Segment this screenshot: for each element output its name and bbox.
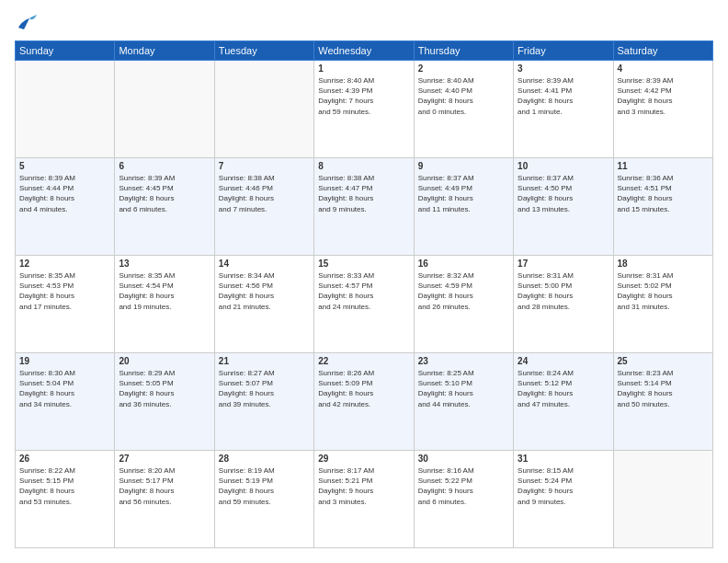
day-info: Sunrise: 8:36 AMSunset: 4:51 PMDaylight:… (618, 173, 709, 214)
day-number: 26 (19, 454, 110, 464)
calendar-table: SundayMondayTuesdayWednesdayThursdayFrid… (15, 40, 713, 548)
day-number: 23 (418, 356, 509, 366)
calendar-week-3: 12Sunrise: 8:35 AMSunset: 4:53 PMDayligh… (16, 256, 713, 353)
weekday-header-wednesday: Wednesday (314, 41, 414, 61)
calendar-cell: 5Sunrise: 8:39 AMSunset: 4:44 PMDaylight… (16, 158, 115, 256)
day-info: Sunrise: 8:39 AMSunset: 4:45 PMDaylight:… (119, 173, 210, 214)
day-number: 12 (19, 259, 110, 269)
day-number: 1 (318, 63, 409, 74)
day-number: 3 (518, 63, 609, 74)
day-number: 31 (518, 454, 609, 464)
day-number: 29 (318, 454, 409, 464)
header (15, 15, 713, 31)
day-number: 24 (518, 356, 609, 366)
logo-bird-icon (17, 15, 37, 31)
weekday-header-tuesday: Tuesday (214, 41, 313, 61)
day-info: Sunrise: 8:37 AMSunset: 4:49 PMDaylight:… (418, 173, 509, 214)
calendar-cell: 10Sunrise: 8:37 AMSunset: 4:50 PMDayligh… (514, 158, 613, 256)
calendar-cell: 13Sunrise: 8:35 AMSunset: 4:54 PMDayligh… (115, 256, 214, 353)
day-info: Sunrise: 8:26 AMSunset: 5:09 PMDaylight:… (318, 368, 409, 409)
calendar-cell: 24Sunrise: 8:24 AMSunset: 5:12 PMDayligh… (514, 353, 613, 451)
day-info: Sunrise: 8:35 AMSunset: 4:54 PMDaylight:… (119, 270, 210, 312)
weekday-header-monday: Monday (115, 41, 214, 61)
day-info: Sunrise: 8:31 AMSunset: 5:00 PMDaylight:… (518, 270, 609, 312)
day-number: 13 (119, 259, 210, 269)
day-info: Sunrise: 8:19 AMSunset: 5:19 PMDaylight:… (219, 465, 310, 507)
day-number: 15 (318, 259, 409, 269)
calendar-cell: 21Sunrise: 8:27 AMSunset: 5:07 PMDayligh… (214, 353, 313, 451)
calendar-cell: 22Sunrise: 8:26 AMSunset: 5:09 PMDayligh… (314, 353, 414, 451)
day-number: 19 (19, 356, 110, 366)
calendar-cell: 25Sunrise: 8:23 AMSunset: 5:14 PMDayligh… (613, 353, 712, 451)
day-number: 7 (219, 161, 310, 171)
day-number: 30 (418, 454, 509, 464)
day-info: Sunrise: 8:16 AMSunset: 5:22 PMDaylight:… (418, 465, 509, 507)
day-info: Sunrise: 8:40 AMSunset: 4:40 PMDaylight:… (418, 75, 509, 117)
weekday-header-saturday: Saturday (613, 41, 712, 61)
calendar-cell: 2Sunrise: 8:40 AMSunset: 4:40 PMDaylight… (414, 61, 513, 158)
day-info: Sunrise: 8:17 AMSunset: 5:21 PMDaylight:… (318, 465, 409, 507)
day-number: 20 (119, 356, 210, 366)
calendar-cell: 11Sunrise: 8:36 AMSunset: 4:51 PMDayligh… (613, 158, 712, 256)
calendar-cell: 28Sunrise: 8:19 AMSunset: 5:19 PMDayligh… (214, 451, 313, 548)
day-info: Sunrise: 8:15 AMSunset: 5:24 PMDaylight:… (518, 465, 609, 507)
day-number: 9 (418, 161, 509, 171)
day-number: 5 (19, 161, 110, 171)
calendar-cell (16, 61, 115, 158)
day-info: Sunrise: 8:25 AMSunset: 5:10 PMDaylight:… (418, 368, 509, 409)
calendar-cell (613, 451, 712, 548)
day-info: Sunrise: 8:37 AMSunset: 4:50 PMDaylight:… (518, 173, 609, 214)
day-info: Sunrise: 8:33 AMSunset: 4:57 PMDaylight:… (318, 270, 409, 312)
calendar-cell: 9Sunrise: 8:37 AMSunset: 4:49 PMDaylight… (414, 158, 513, 256)
calendar-cell: 14Sunrise: 8:34 AMSunset: 4:56 PMDayligh… (214, 256, 313, 353)
day-number: 25 (618, 356, 709, 366)
day-number: 28 (219, 454, 310, 464)
calendar-cell: 29Sunrise: 8:17 AMSunset: 5:21 PMDayligh… (314, 451, 414, 548)
day-number: 4 (618, 63, 709, 74)
calendar-cell (214, 61, 313, 158)
day-number: 6 (119, 161, 210, 171)
day-info: Sunrise: 8:23 AMSunset: 5:14 PMDaylight:… (618, 368, 709, 409)
weekday-header-row: SundayMondayTuesdayWednesdayThursdayFrid… (16, 41, 713, 61)
day-info: Sunrise: 8:39 AMSunset: 4:41 PMDaylight:… (518, 75, 609, 117)
calendar-cell: 30Sunrise: 8:16 AMSunset: 5:22 PMDayligh… (414, 451, 513, 548)
logo (15, 15, 37, 31)
day-number: 14 (219, 259, 310, 269)
calendar-cell: 7Sunrise: 8:38 AMSunset: 4:46 PMDaylight… (214, 158, 313, 256)
day-info: Sunrise: 8:29 AMSunset: 5:05 PMDaylight:… (119, 368, 210, 409)
day-info: Sunrise: 8:24 AMSunset: 5:12 PMDaylight:… (518, 368, 609, 409)
day-info: Sunrise: 8:27 AMSunset: 5:07 PMDaylight:… (219, 368, 310, 409)
day-number: 2 (418, 63, 509, 74)
day-info: Sunrise: 8:40 AMSunset: 4:39 PMDaylight:… (318, 75, 409, 117)
day-info: Sunrise: 8:20 AMSunset: 5:17 PMDaylight:… (119, 465, 210, 507)
day-number: 17 (518, 259, 609, 269)
calendar-cell: 17Sunrise: 8:31 AMSunset: 5:00 PMDayligh… (514, 256, 613, 353)
calendar-cell: 26Sunrise: 8:22 AMSunset: 5:15 PMDayligh… (16, 451, 115, 548)
day-number: 27 (119, 454, 210, 464)
weekday-header-thursday: Thursday (414, 41, 513, 61)
calendar-cell: 19Sunrise: 8:30 AMSunset: 5:04 PMDayligh… (16, 353, 115, 451)
day-info: Sunrise: 8:31 AMSunset: 5:02 PMDaylight:… (618, 270, 709, 312)
calendar-cell (115, 61, 214, 158)
day-info: Sunrise: 8:35 AMSunset: 4:53 PMDaylight:… (19, 270, 110, 312)
calendar-cell: 12Sunrise: 8:35 AMSunset: 4:53 PMDayligh… (16, 256, 115, 353)
calendar-cell: 15Sunrise: 8:33 AMSunset: 4:57 PMDayligh… (314, 256, 414, 353)
calendar-week-2: 5Sunrise: 8:39 AMSunset: 4:44 PMDaylight… (16, 158, 713, 256)
day-info: Sunrise: 8:34 AMSunset: 4:56 PMDaylight:… (219, 270, 310, 312)
calendar-cell: 27Sunrise: 8:20 AMSunset: 5:17 PMDayligh… (115, 451, 214, 548)
calendar-cell: 4Sunrise: 8:39 AMSunset: 4:42 PMDaylight… (613, 61, 712, 158)
calendar-cell: 1Sunrise: 8:40 AMSunset: 4:39 PMDaylight… (314, 61, 414, 158)
calendar-week-4: 19Sunrise: 8:30 AMSunset: 5:04 PMDayligh… (16, 353, 713, 451)
day-info: Sunrise: 8:38 AMSunset: 4:47 PMDaylight:… (318, 173, 409, 214)
day-info: Sunrise: 8:39 AMSunset: 4:44 PMDaylight:… (19, 173, 110, 214)
day-info: Sunrise: 8:38 AMSunset: 4:46 PMDaylight:… (219, 173, 310, 214)
day-info: Sunrise: 8:30 AMSunset: 5:04 PMDaylight:… (19, 368, 110, 409)
weekday-header-friday: Friday (514, 41, 613, 61)
calendar-cell: 31Sunrise: 8:15 AMSunset: 5:24 PMDayligh… (514, 451, 613, 548)
day-info: Sunrise: 8:39 AMSunset: 4:42 PMDaylight:… (618, 75, 709, 117)
calendar-cell: 20Sunrise: 8:29 AMSunset: 5:05 PMDayligh… (115, 353, 214, 451)
logo-text (15, 15, 37, 31)
calendar-cell: 6Sunrise: 8:39 AMSunset: 4:45 PMDaylight… (115, 158, 214, 256)
weekday-header-sunday: Sunday (16, 41, 115, 61)
calendar-week-1: 1Sunrise: 8:40 AMSunset: 4:39 PMDaylight… (16, 61, 713, 158)
